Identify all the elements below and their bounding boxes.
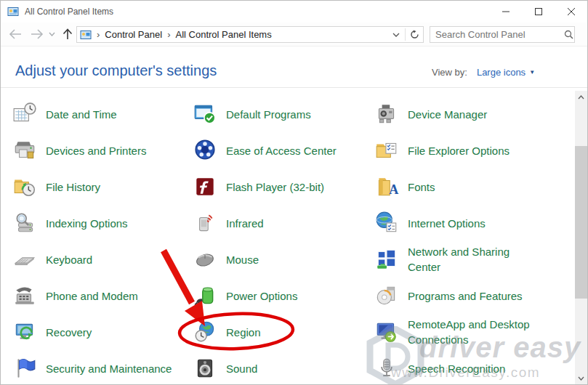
breadcrumb-current[interactable]: All Control Panel Items [175, 29, 271, 40]
item-file-explorer-options[interactable]: File Explorer Options [374, 132, 549, 169]
phone-modem-icon [12, 283, 37, 308]
item-security-and-maintenance[interactable]: Security and Maintenance [12, 350, 187, 385]
item-label: Network and Sharing Center [408, 244, 533, 275]
item-label: Fonts [408, 179, 533, 195]
window-title: All Control Panel Items [25, 7, 113, 17]
item-label: Default Programs [226, 107, 364, 122]
item-region[interactable]: Region [193, 314, 367, 350]
item-fonts[interactable]: AFonts [374, 169, 549, 205]
item-power-options[interactable]: Power Options [193, 277, 367, 314]
minimize-button[interactable] [489, 1, 522, 22]
sound-icon [193, 356, 217, 381]
item-label: Phone and Modem [46, 288, 184, 304]
item-remoteapp-and-desktop-connections[interactable]: RemoteApp and Desktop Connections [374, 314, 549, 350]
item-label: Keyboard [46, 252, 184, 267]
page-header: Adjust your computer's settings View by:… [1, 46, 587, 88]
breadcrumb-separator-icon: › [162, 29, 175, 40]
view-by-chevron-down-icon[interactable]: ▼ [529, 69, 535, 76]
item-speech-recognition[interactable]: Speech Recognition [374, 350, 549, 385]
item-label: Power Options [226, 288, 364, 304]
item-label: Speech Recognition [408, 361, 533, 376]
scroll-up-icon[interactable] [575, 91, 587, 103]
file-history-icon [12, 174, 37, 199]
item-recovery[interactable]: Recovery [12, 314, 187, 350]
recent-pages-chevron-icon[interactable] [47, 25, 57, 43]
breadcrumb-separator-icon: › [92, 29, 105, 40]
item-sound[interactable]: Sound [193, 350, 367, 385]
search-input[interactable] [430, 29, 563, 40]
item-label: Region [226, 325, 364, 340]
devices-printers-icon [12, 138, 37, 163]
recovery-icon [12, 320, 37, 344]
forward-button[interactable] [28, 25, 46, 43]
address-bar[interactable]: › Control Panel › All Control Panel Item… [76, 26, 424, 43]
item-network-and-sharing-center[interactable]: Network and Sharing Center [374, 241, 549, 277]
default-programs-icon [193, 102, 217, 126]
view-by-dropdown[interactable]: Large icons [477, 67, 525, 78]
maximize-button[interactable] [522, 1, 555, 22]
power-options-icon [193, 283, 217, 308]
item-label: File Explorer Options [408, 143, 533, 158]
scrollbar-thumb[interactable] [575, 146, 587, 299]
breadcrumb-control-panel[interactable]: Control Panel [105, 29, 162, 40]
search-box[interactable] [430, 26, 575, 43]
item-label: Devices and Printers [46, 143, 184, 158]
up-button[interactable] [59, 25, 76, 43]
title-bar: All Control Panel Items [1, 1, 587, 23]
item-programs-and-features[interactable]: Programs and Features [374, 277, 549, 314]
item-keyboard[interactable]: Keyboard [12, 241, 187, 277]
keyboard-icon [12, 247, 37, 272]
close-button[interactable] [555, 1, 587, 22]
flash-player-icon [193, 174, 217, 199]
item-label: Recovery [46, 325, 184, 340]
internet-options-icon [374, 211, 399, 235]
item-flash-player-32-bit[interactable]: Flash Player (32-bit) [193, 169, 367, 205]
infrared-icon [193, 211, 217, 235]
security-icon [12, 356, 37, 381]
item-phone-and-modem[interactable]: Phone and Modem [12, 277, 187, 314]
item-infrared[interactable]: Infrared [193, 205, 367, 241]
control-panel-items-grid: Date and TimeDefault ProgramsDevice Mana… [1, 88, 587, 385]
item-date-and-time[interactable]: Date and Time [12, 96, 187, 132]
control-panel-window: All Control Panel Items [0, 0, 588, 385]
item-label: Internet Options [408, 216, 533, 231]
item-label: Date and Time [46, 107, 184, 122]
address-location-icon [80, 29, 92, 41]
item-label: Programs and Features [408, 288, 533, 304]
item-devices-and-printers[interactable]: Devices and Printers [12, 132, 187, 169]
scroll-down-icon[interactable] [575, 372, 587, 384]
svg-text:A: A [389, 182, 398, 197]
item-mouse[interactable]: Mouse [193, 241, 367, 277]
fonts-icon: A [374, 174, 399, 199]
item-label: Infrared [226, 216, 364, 231]
address-dropdown-chevron-icon[interactable] [387, 27, 405, 42]
page-title: Adjust your computer's settings [15, 62, 217, 79]
vertical-scrollbar[interactable] [575, 91, 587, 384]
item-indexing-options[interactable]: Indexing Options [12, 205, 187, 241]
item-label: Device Manager [408, 107, 533, 122]
speech-icon [374, 356, 399, 381]
file-explorer-icon [374, 138, 399, 163]
item-device-manager[interactable]: Device Manager [374, 96, 549, 132]
view-by-label: View by: [432, 67, 467, 78]
mouse-icon [193, 247, 217, 272]
item-internet-options[interactable]: Internet Options [374, 205, 549, 241]
item-label: Mouse [226, 252, 364, 267]
search-icon[interactable] [563, 30, 574, 39]
device-manager-icon [374, 102, 399, 126]
item-label: Flash Player (32-bit) [226, 179, 364, 195]
control-panel-app-icon [7, 6, 19, 17]
item-default-programs[interactable]: Default Programs [193, 96, 367, 132]
item-label: Indexing Options [46, 216, 184, 231]
item-file-history[interactable]: File History [12, 169, 187, 205]
item-label: Ease of Access Center [226, 143, 364, 158]
remoteapp-icon [374, 320, 399, 344]
region-icon [193, 320, 217, 344]
item-label: Security and Maintenance [46, 361, 184, 376]
back-button[interactable] [7, 25, 24, 43]
refresh-button[interactable] [406, 27, 423, 42]
item-ease-of-access-center[interactable]: Ease of Access Center [193, 132, 367, 169]
ease-of-access-icon [193, 138, 217, 163]
network-sharing-icon [374, 247, 399, 272]
item-label: RemoteApp and Desktop Connections [408, 317, 533, 347]
